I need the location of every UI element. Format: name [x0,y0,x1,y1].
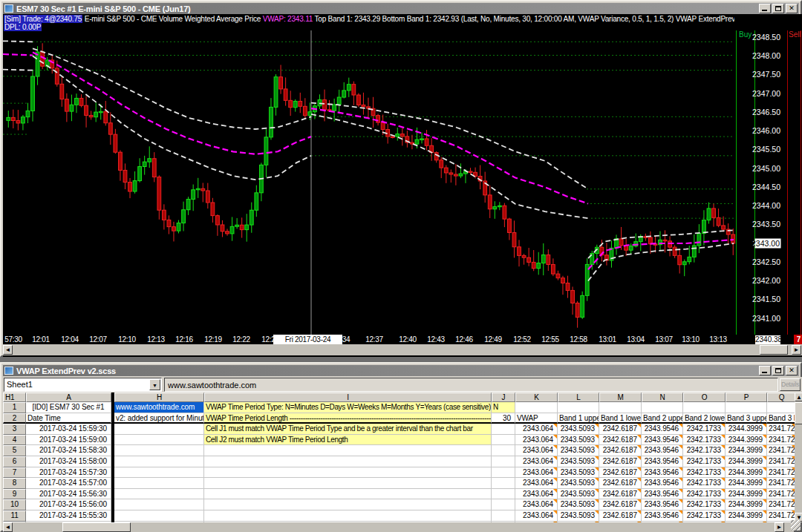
formula-bar-input[interactable] [164,378,778,392]
cell-K1[interactable] [515,402,558,413]
cell-A9[interactable]: 2017-03-24 15:56:30 [26,489,111,500]
cell-Q4[interactable]: 2341.728 [767,435,795,446]
sheet-maximize-button[interactable] [772,366,784,375]
cell-A3[interactable]: 2017-03-24 15:59:30 [26,424,111,435]
sheet-h-scroll-thumb[interactable] [62,522,131,532]
cell-Q2[interactable]: Band 3 lower [767,413,795,424]
cell-M11[interactable]: 2342.6187 [599,510,642,522]
cell-H4[interactable] [114,435,204,446]
cell-A6[interactable]: 2017-03-24 15:58:00 [26,456,111,467]
cell-A2[interactable]: Date Time [26,413,111,424]
cell-O10[interactable]: 2342.1733 [683,499,726,510]
cell-K3[interactable]: 2343.064 [515,424,558,435]
cell-N1[interactable] [642,402,683,413]
row-header-9[interactable]: 9 [3,489,26,500]
cell-O4[interactable]: 2342.1733 [683,435,726,446]
cell-J8[interactable] [492,478,515,489]
cell-H9[interactable] [114,489,204,500]
minimize-button[interactable] [759,4,771,13]
cell-K6[interactable]: 2343.064 [515,456,558,467]
cell-P10[interactable]: 2344.3999 [726,499,767,510]
cell-I8[interactable] [204,478,492,489]
row-header-4[interactable]: 4 [3,435,26,446]
buy-button[interactable]: Buy [739,30,752,39]
row-header-8[interactable]: 8 [3,478,26,489]
cell-M7[interactable]: 2342.6187 [599,467,642,479]
row-header-1[interactable]: 1 [3,402,26,413]
cell-H11[interactable] [114,510,204,522]
scroll-right-button[interactable]: ► [792,345,801,355]
sheet-selector-dropdown[interactable]: Sheet1 ▼ [4,378,162,392]
cell-N4[interactable]: 2343.9546 [642,435,683,446]
sheet-scroll-right-button[interactable]: ► [775,522,784,532]
col-header-O[interactable]: O [683,393,726,402]
cell-N6[interactable]: 2343.9546 [642,456,683,467]
cell-L8[interactable]: 2343.5093 [558,478,599,489]
cell-P3[interactable]: 2344.3999 [726,424,767,435]
cell-L3[interactable]: 2343.5093 [558,424,599,435]
cell-H6[interactable] [114,456,204,467]
cell-M10[interactable]: 2342.6187 [599,499,642,510]
cell-O8[interactable]: 2342.1733 [683,478,726,489]
cell-H5[interactable] [114,445,204,456]
cell-P1[interactable] [726,402,767,413]
sheet-v-scrollbar[interactable]: ▲ ▼ [795,393,802,522]
row-header-3[interactable]: 3 [3,424,26,435]
cell-Q10[interactable]: 2341.728 [767,499,795,510]
sheet-v-scroll-thumb[interactable] [795,402,802,424]
row-header-2[interactable]: 2 [3,413,26,424]
cell-I3[interactable]: Cell J1 must match VWAP Time Period Type… [204,424,492,435]
scroll-left-button[interactable]: ◄ [3,345,13,355]
cell-Q9[interactable]: 2341.728 [767,489,795,500]
cell-N3[interactable]: 2343.9546 [642,424,683,435]
sheet-close-button[interactable]: ✕ [786,366,798,375]
chart-h-scroll-thumb[interactable] [760,345,788,355]
cell-L2[interactable]: Band 1 upper [558,413,599,424]
cell-A7[interactable]: 2017-03-24 15:57:30 [26,467,111,479]
cell-Q5[interactable]: 2341.728 [767,445,795,456]
cell-H10[interactable] [114,499,204,510]
resize-grip[interactable] [791,520,801,531]
cell-P5[interactable]: 2344.3999 [726,445,767,456]
cell-J5[interactable] [492,445,515,456]
cell-J9[interactable] [492,489,515,500]
cell-K2[interactable]: VWAP [515,413,558,424]
cell-I10[interactable] [204,499,492,510]
cell-I1[interactable]: VWAP Time Period Type: N=Minutes D=Days … [204,402,492,413]
cell-L5[interactable]: 2343.5093 [558,445,599,456]
cell-M5[interactable]: 2342.6187 [599,445,642,456]
cell-L4[interactable]: 2343.5093 [558,435,599,446]
cell-O3[interactable]: 2342.1733 [683,424,726,435]
cell-O6[interactable]: 2342.1733 [683,456,726,467]
cell-J11[interactable] [492,510,515,522]
cell-I2[interactable]: VWAP Time Period Length ----------------… [204,413,492,424]
cell-N9[interactable]: 2343.9546 [642,489,683,500]
cell-P9[interactable]: 2344.3999 [726,489,767,500]
cell-P4[interactable]: 2344.3999 [726,435,767,446]
close-button[interactable]: ✕ [786,4,798,13]
sell-button[interactable]: Sell [789,30,801,39]
cell-M4[interactable]: 2342.6187 [599,435,642,446]
cell-K11[interactable]: 2343.064 [515,510,558,522]
cell-P2[interactable]: Band 3 upper [726,413,767,424]
cell-A4[interactable]: 2017-03-24 15:59:00 [26,435,111,446]
cell-I6[interactable] [204,456,492,467]
row-header-6[interactable]: 6 [3,456,26,467]
cell-P6[interactable]: 2344.3999 [726,456,767,467]
cell-N8[interactable]: 2343.9546 [642,478,683,489]
cell-H8[interactable] [114,478,204,489]
cell-K7[interactable]: 2343.064 [515,467,558,479]
cell-I9[interactable] [204,489,492,500]
cell-Q3[interactable]: 2341.728 [767,424,795,435]
cell-J10[interactable] [492,499,515,510]
cell-A1[interactable]: [ID0] ESM7 30 Sec #1 [26,402,111,413]
cell-M1[interactable] [599,402,642,413]
cell-J3[interactable] [492,424,515,435]
cell-P11[interactable]: 2344.3999 [726,510,767,522]
cell-K9[interactable]: 2343.064 [515,489,558,500]
col-header-M[interactable]: M [599,393,642,402]
cell-I5[interactable] [204,445,492,456]
cell-M6[interactable]: 2342.6187 [599,456,642,467]
cell-N2[interactable]: Band 2 upper [642,413,683,424]
cell-J6[interactable] [492,456,515,467]
